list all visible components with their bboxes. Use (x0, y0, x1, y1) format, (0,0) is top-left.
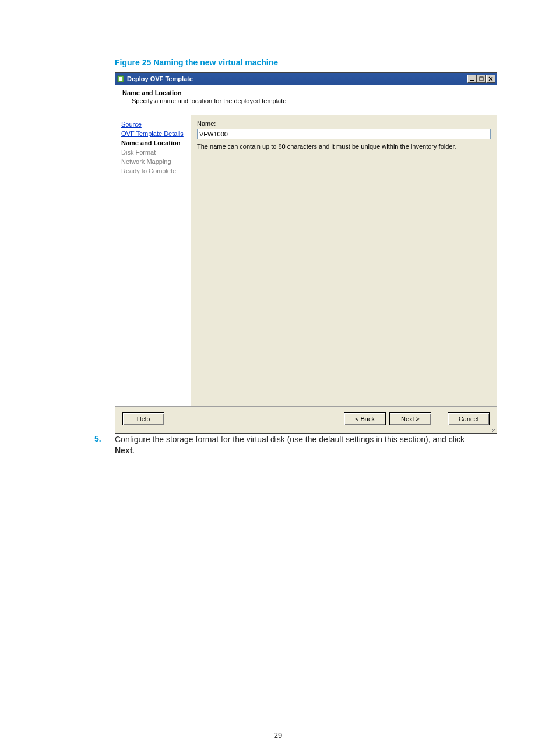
figure-caption: Figure 25 Naming the new virtual machine (115, 58, 278, 67)
name-helper-text: The name can contain up to 80 characters… (197, 143, 491, 150)
cancel-button[interactable]: Cancel (448, 412, 490, 425)
wizard-body: Source OVF Template Details Name and Loc… (115, 116, 497, 406)
vm-name-input[interactable] (197, 129, 491, 139)
page-number: 29 (0, 731, 556, 740)
svg-rect-1 (119, 77, 122, 80)
wizard-content: Name: The name can contain up to 80 char… (191, 116, 497, 406)
close-icon[interactable] (486, 75, 495, 83)
name-label: Name: (197, 120, 491, 127)
svg-rect-2 (470, 80, 474, 81)
wizard-step-desc: Specify a name and location for the depl… (122, 97, 490, 104)
wizard-header: Name and Location Specify a name and loc… (115, 85, 497, 116)
deploy-ovf-dialog: Deploy OVF Template Name and Location Sp… (115, 72, 497, 434)
svg-rect-3 (480, 77, 483, 80)
help-button[interactable]: Help (122, 412, 164, 425)
step-text-bold: Next (115, 446, 132, 455)
resize-grip-icon[interactable] (488, 425, 495, 432)
nav-name-location: Name and Location (121, 139, 185, 147)
wizard-nav: Source OVF Template Details Name and Loc… (115, 116, 191, 406)
maximize-icon[interactable] (477, 75, 486, 83)
minimize-icon[interactable] (467, 75, 477, 83)
app-icon (117, 75, 125, 83)
window-title: Deploy OVF Template (127, 75, 467, 82)
nav-ready-complete: Ready to Complete (121, 167, 185, 175)
step-text-a: Configure the storage format for the vir… (115, 435, 464, 444)
wizard-step-title: Name and Location (122, 89, 490, 96)
nav-network-mapping: Network Mapping (121, 158, 185, 166)
wizard-footer: Help < Back Next > Cancel (115, 406, 497, 433)
titlebar: Deploy OVF Template (115, 73, 497, 85)
next-button[interactable]: Next > (389, 412, 431, 425)
step-text-b: . (132, 446, 135, 455)
nav-disk-format: Disk Format (121, 148, 185, 156)
nav-source[interactable]: Source (121, 120, 185, 128)
back-button[interactable]: < Back (344, 412, 386, 425)
nav-ovf-details[interactable]: OVF Template Details (121, 130, 185, 138)
step-number: 5. (94, 434, 101, 443)
